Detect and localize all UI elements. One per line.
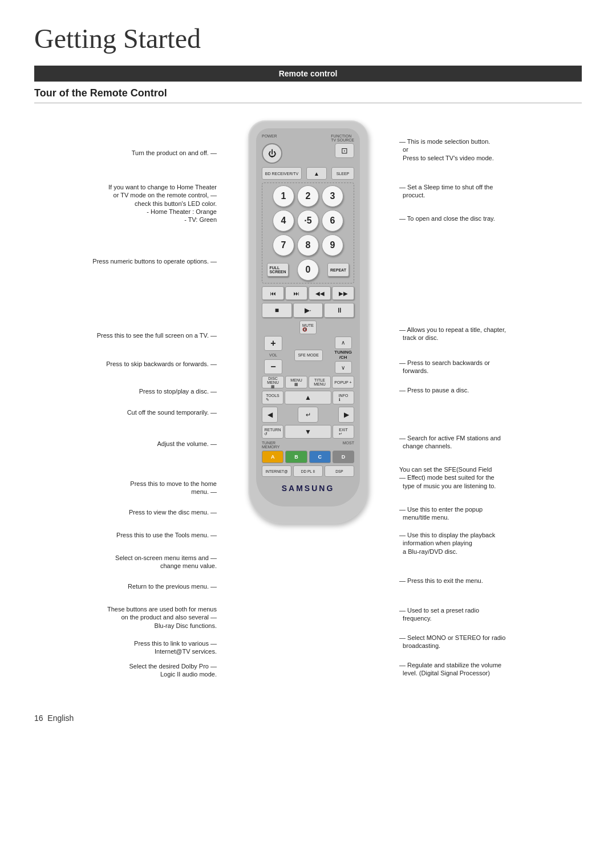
power-button[interactable]: ⏻ (262, 143, 282, 164)
ann-l1: Turn the product on and off. — (57, 149, 217, 157)
tools-button[interactable]: TOOLS✎ (262, 391, 283, 404)
sleep-button[interactable]: SLEEP (331, 167, 354, 180)
menu-button[interactable]: MENU▦ (285, 376, 307, 388)
bd-receiver-button[interactable]: BD RECEIVER/TV (262, 167, 302, 180)
dolby-button[interactable]: DD PL II (293, 465, 323, 477)
rew-button[interactable]: ◀◀ (309, 286, 331, 300)
eject-button[interactable]: ▲ (306, 167, 327, 180)
ann-r10: — Use this to display the playback infor… (399, 531, 559, 556)
num-5-button[interactable]: ·5 (297, 210, 319, 232)
nav-right-button[interactable]: ▶ (338, 407, 354, 423)
ann-l12: Select on-screen menu items and — change… (57, 554, 217, 570)
nav-left-button[interactable]: ◀ (262, 407, 278, 423)
color-buttons: A B C D (262, 451, 354, 463)
return-button[interactable]: RETURN↺ (262, 425, 283, 439)
ann-l10: Press to view the disc menu. — (57, 508, 217, 516)
prev-button[interactable]: ⏮ (262, 286, 284, 300)
function-label: FUNCTIONTV SOURCE (331, 134, 354, 142)
inet-row: INTERNET@ DD PL II DSP (262, 465, 354, 477)
tools-row: TOOLS✎ ▲ INFOℹ (262, 391, 354, 404)
menu-row: DISCMENU▦ MENU▦ TITLE MENU POPUP + (262, 376, 354, 388)
ann-r4: — Allows you to repeat a title, chapter,… (399, 326, 559, 342)
play-button[interactable]: ▶· (293, 303, 323, 318)
ann-l11: Press this to use the Tools menu. — (57, 531, 217, 539)
btn-b[interactable]: B (285, 451, 307, 463)
sfe-mode-button[interactable]: SFE MODE (294, 350, 323, 361)
num-4-button[interactable]: 4 (273, 210, 294, 232)
next-button[interactable]: ⏭ (285, 286, 307, 300)
ann-l13: Return to the previous menu. — (57, 582, 217, 590)
num-7-button[interactable]: 7 (273, 234, 294, 256)
tuning-down-button[interactable]: ∨ (335, 361, 352, 374)
page-number: 16 (34, 714, 43, 723)
vol-up-button[interactable]: + (264, 336, 282, 351)
ann-r8: You can set the SFE(Sound Field — Effect… (399, 465, 559, 490)
fwd-button[interactable]: ▶▶ (332, 286, 354, 300)
ann-r2: — Set a Sleep time to shut off the procu… (399, 183, 559, 200)
num-0-button[interactable]: 0 (297, 259, 319, 281)
num-9-button[interactable]: 9 (322, 234, 343, 256)
ann-r11: — Press this to exit the menu. (399, 577, 559, 585)
tuning-controls: ∧ TUNING/CH ∨ (334, 337, 352, 374)
btn-c[interactable]: C (309, 451, 331, 463)
btn-d[interactable]: D (333, 451, 354, 463)
ann-l8: Adjust the volume. — (57, 440, 217, 448)
internet-button[interactable]: INTERNET@ (262, 465, 291, 477)
ann-r13: — Select MONO or STEREO for radio broadc… (399, 634, 559, 650)
btn-a[interactable]: A (262, 451, 283, 463)
pause-button[interactable]: ⏸ (324, 303, 354, 318)
ann-l9: Press this to move to the homemenu. — (57, 480, 217, 496)
num-3-button[interactable]: 3 (322, 185, 343, 207)
ann-l16: Select the desired Dolby Pro — Logic II … (57, 662, 217, 679)
ann-r3: — To open and close the disc tray. (399, 214, 559, 222)
subsection-title: Tour of the Remote Control (34, 87, 582, 103)
ann-l5: Press to skip backwards or forwards. — (57, 360, 217, 368)
disc-menu-button[interactable]: DISCMENU▦ (262, 376, 284, 388)
ann-r1: — This is mode selection button. or Pres… (399, 137, 559, 162)
ann-r9: — Use this to enter the popup menu/title… (399, 505, 559, 522)
info-button[interactable]: INFOℹ (333, 391, 354, 404)
remote-control: POWER FUNCTIONTV SOURCE ⏻ ⊡ BD RECEIVER/… (248, 115, 368, 524)
vol-label: VOL (264, 353, 282, 357)
ann-r5: — Press to search backwards or forwards. (399, 359, 559, 375)
num-8-button[interactable]: 8 (297, 234, 319, 256)
playback-row: ■ ▶· ⏸ (262, 303, 354, 318)
volume-controls: + VOL − (264, 336, 282, 374)
ann-r12: — Used to set a preset radio frequency. (399, 606, 559, 623)
page-footer: 16 English (34, 714, 582, 723)
exit-button[interactable]: EXIT↵ (333, 425, 354, 439)
num-2-button[interactable]: 2 (297, 185, 319, 207)
section-header: Remote control (34, 66, 582, 82)
stop-button[interactable]: ■ (262, 303, 292, 318)
function-button[interactable]: ⊡ (335, 143, 354, 158)
nav-down-button[interactable]: ▼ (285, 425, 331, 439)
ann-r7: — Search for active FM stations and chan… (399, 434, 559, 451)
ann-l3: Press numeric buttons to operate options… (57, 257, 217, 265)
title-menu-button[interactable]: TITLE MENU (309, 376, 331, 388)
num-1-button[interactable]: 1 (273, 185, 294, 207)
mute-button[interactable]: MUTE🔇 (299, 321, 317, 334)
nav-ok-button[interactable]: ↵ (298, 407, 318, 423)
transport-row: ⏮ ⏭ ◀◀ ▶▶ (262, 286, 354, 300)
repeat-button[interactable]: REPEAT (327, 263, 349, 277)
popup-button[interactable]: POPUP + (332, 376, 354, 388)
ann-l15: Press this to link to various — Internet… (57, 639, 217, 656)
tuning-up-button[interactable]: ∧ (335, 337, 352, 349)
nav-up-button[interactable]: ▲ (285, 391, 331, 404)
language-label: English (47, 714, 74, 723)
dpad-row: ◀ ↵ ▶ (262, 407, 354, 423)
return-row: RETURN↺ ▼ EXIT↵ (262, 425, 354, 439)
samsung-logo: SAMSUNG (262, 481, 354, 495)
dsp-button[interactable]: DSP (325, 465, 354, 477)
num-6-button[interactable]: 6 (322, 210, 343, 232)
vol-down-button[interactable]: − (264, 359, 282, 374)
tuning-label: TUNING/CH (334, 350, 352, 360)
ann-l2: If you want to change to Home Theater or… (57, 183, 217, 224)
ann-r6: — Press to pause a disc. (399, 386, 559, 394)
ann-l14: These buttons are used both for menus on… (57, 605, 217, 630)
ann-r14: — Regulate and stabilize the volume leve… (399, 661, 559, 678)
page-title: Getting Started (34, 23, 582, 54)
ann-l6: Press to stop/play a disc. — (57, 387, 217, 395)
number-pad-area: 1 2 3 4 ·5 6 7 8 9 FULLSCREEN 0 REPEAT (262, 183, 354, 283)
full-screen-button[interactable]: FULLSCREEN (267, 263, 289, 277)
